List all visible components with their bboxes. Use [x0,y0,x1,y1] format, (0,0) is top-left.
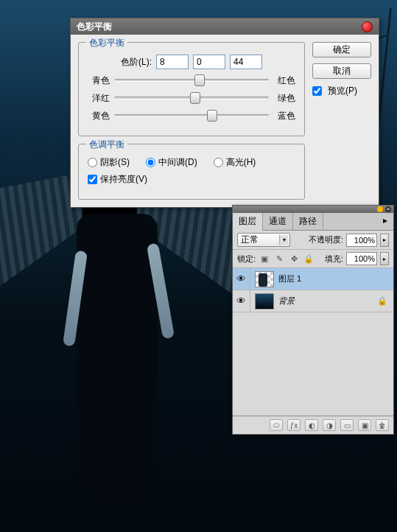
levels-label: 色阶(L): [121,56,152,69]
level-input-1[interactable] [156,55,189,69]
cyan-red-slider[interactable] [114,74,269,87]
level-input-3[interactable] [230,55,262,69]
layer-thumbnail[interactable] [255,271,274,287]
chevron-down-icon: ▾ [279,235,288,245]
minimize-icon[interactable] [377,206,383,212]
tab-paths[interactable]: 路径 [293,213,323,230]
lock-all-icon[interactable]: 🔒 [303,253,315,265]
cancel-button[interactable]: 取消 [312,63,371,79]
preserve-luminosity-checkbox[interactable]: 保持亮度(V) [88,173,147,186]
yellow-label: 黄色 [88,110,110,122]
highlights-radio[interactable]: 高光(H) [214,156,256,169]
blue-label: 蓝色 [273,110,295,122]
opacity-label: 不透明度: [309,234,343,245]
preview-checkbox[interactable]: 预览(P) [312,85,371,97]
tone-balance-group: 色调平衡 阴影(S) 中间调(D) 高光(H) 保持亮度(V) [78,144,305,200]
visibility-icon[interactable]: 👁 [233,290,250,312]
ok-button[interactable]: 确定 [312,42,371,57]
panel-menu-icon[interactable]: ▸ [377,213,393,230]
lock-transparent-icon[interactable]: ▣ [259,253,270,265]
cyan-label: 青色 [88,74,110,87]
layer-thumbnail[interactable] [255,293,274,309]
level-input-2[interactable] [193,55,225,69]
group-icon[interactable]: ▭ [340,419,354,431]
opacity-input[interactable]: 100% [346,234,377,247]
fill-stepper[interactable]: ▸ [380,252,389,265]
tone-legend: 色调平衡 [86,139,127,151]
layer-style-icon[interactable]: ƒx [287,419,301,431]
magenta-label: 洋红 [88,92,110,105]
yellow-blue-slider[interactable] [114,109,269,122]
dialog-title: 色彩平衡 [77,18,112,35]
panel-footer: ⬭ ƒx ◐ ◑ ▭ ▣ 🗑 [233,416,393,434]
fill-label: 填充: [325,253,343,265]
lock-label: 锁定: [237,253,256,265]
lock-paint-icon[interactable]: ✎ [273,253,285,265]
panel-tabs: 图层 通道 路径 ▸ [233,213,393,231]
layer-list: 👁 图层 1 👁 背景 🔒 [233,268,393,416]
shadows-radio[interactable]: 阴影(S) [88,156,130,169]
red-label: 红色 [273,74,295,87]
panel-grip[interactable]: × [233,206,393,213]
layer-mask-icon[interactable]: ◐ [305,419,318,431]
dialog-titlebar[interactable]: 色彩平衡 [71,18,379,35]
close-icon[interactable] [362,21,373,32]
color-balance-dialog: 色彩平衡 色彩平衡 色阶(L): 青色红色 洋红绿色 黄色蓝色 色调平衡 阴影(… [70,18,379,208]
lock-icon: 🔒 [377,296,387,306]
fill-input[interactable]: 100% [346,252,377,265]
blend-mode-select[interactable]: 正常▾ [237,233,290,247]
tab-layers[interactable]: 图层 [233,213,263,231]
opacity-stepper[interactable]: ▸ [380,234,389,247]
lock-move-icon[interactable]: ✥ [288,253,300,265]
color-balance-group: 色彩平衡 色阶(L): 青色红色 洋红绿色 黄色蓝色 [78,42,305,136]
layers-panel: × 图层 通道 路径 ▸ 正常▾ 不透明度: 100% ▸ 锁定: ▣ ✎ ✥ … [232,205,394,435]
adjustment-layer-icon[interactable]: ◑ [323,419,336,431]
layer-name[interactable]: 背景 [278,295,377,307]
visibility-icon[interactable]: 👁 [233,268,250,290]
group-legend: 色彩平衡 [86,37,127,49]
new-layer-icon[interactable]: ▣ [358,419,371,431]
tab-channels[interactable]: 通道 [263,213,293,230]
trash-icon[interactable]: 🗑 [376,419,389,431]
link-layers-icon[interactable]: ⬭ [270,419,283,431]
panel-close-icon[interactable]: × [385,206,391,212]
layer-name[interactable]: 图层 1 [278,273,393,284]
layer-item[interactable]: 👁 图层 1 [233,268,393,290]
midtones-radio[interactable]: 中间调(D) [146,156,197,169]
magenta-green-slider[interactable] [114,91,269,105]
green-label: 绿色 [273,92,295,105]
layer-item[interactable]: 👁 背景 🔒 [233,290,393,312]
